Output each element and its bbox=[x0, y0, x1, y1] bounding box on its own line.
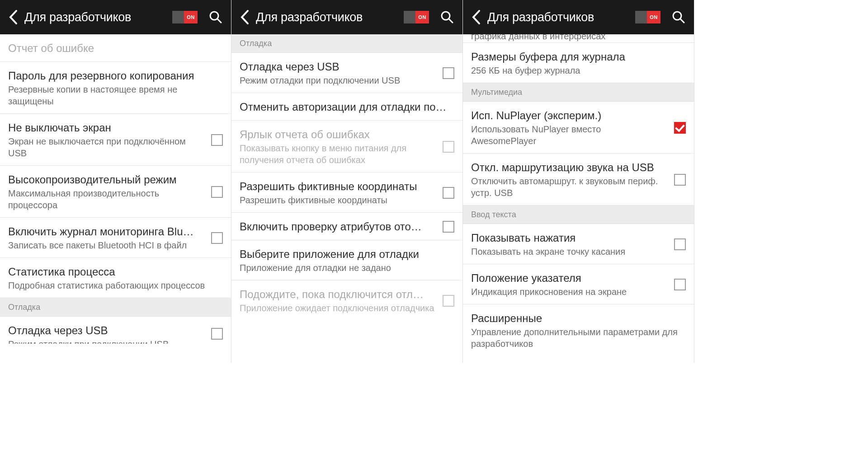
header: Для разработчиков ON bbox=[0, 0, 231, 34]
item-title: Отладка через USB bbox=[8, 324, 205, 337]
item-subtitle: Резервные копии в настоящее время не защ… bbox=[8, 84, 223, 107]
item-select-debug-app[interactable]: Выберите приложение для отладки Приложен… bbox=[231, 240, 462, 280]
item-title: Высокопроизводительный режим bbox=[8, 173, 205, 187]
item-title: Ярлык отчета об ошибках bbox=[240, 128, 436, 141]
item-process-stats[interactable]: Статистика процесса Подробная статистика… bbox=[0, 258, 231, 298]
settings-list[interactable]: графика данных в интерфейсах Размеры буф… bbox=[463, 34, 694, 363]
item-subtitle: Приложение для отладки не задано bbox=[240, 262, 454, 274]
back-button[interactable] bbox=[4, 7, 24, 27]
back-button[interactable] bbox=[467, 7, 486, 27]
item-revoke-authorizations[interactable]: Отменить авторизации для отладки по… bbox=[231, 93, 462, 121]
panel-1: Для разработчиков ON Отчет об ошибке Пар… bbox=[0, 0, 231, 363]
settings-list[interactable]: Отчет об ошибке Пароль для резервного ко… bbox=[0, 34, 231, 363]
item-title: Подождите, пока подключится отл… bbox=[240, 288, 436, 301]
item-bug-report[interactable]: Отчет об ошибке bbox=[0, 34, 231, 62]
item-usb-debugging[interactable]: Отладка через USB Режим отладки при подк… bbox=[0, 317, 231, 350]
item-title: Разрешить фиктивные координаты bbox=[240, 180, 436, 193]
item-title: Откл. маршрутизацию звука на USB bbox=[471, 161, 668, 174]
item-disable-usb-audio-routing[interactable]: Откл. маршрутизацию звука на USB Отключи… bbox=[463, 154, 694, 205]
search-icon bbox=[672, 10, 685, 24]
item-pointer-location[interactable]: Положение указателя Индикация прикоснове… bbox=[463, 264, 694, 304]
checkbox[interactable] bbox=[443, 221, 454, 233]
developer-options-toggle[interactable]: ON bbox=[404, 11, 429, 23]
checkbox[interactable] bbox=[443, 141, 454, 153]
item-subtitle: Режим отладки при подключении USB bbox=[240, 75, 436, 86]
item-stay-awake[interactable]: Не выключать экран Экран не выключается … bbox=[0, 114, 231, 166]
item-subtitle: 256 КБ на буфер журнала bbox=[471, 65, 686, 76]
developer-options-toggle[interactable]: ON bbox=[635, 11, 660, 23]
item-subtitle: Подробная статистика работающих процессо… bbox=[8, 280, 223, 291]
back-icon bbox=[9, 9, 19, 25]
back-icon bbox=[472, 9, 481, 25]
item-subtitle: Отключить автомаршрут. к звуковым периф.… bbox=[471, 175, 668, 199]
checkbox[interactable] bbox=[211, 232, 223, 244]
item-subtitle: Показывать кнопку в меню питания для пол… bbox=[240, 142, 436, 166]
item-usb-debugging[interactable]: Отладка через USB Режим отладки при подк… bbox=[231, 53, 462, 93]
item-title: Размеры буфера для журнала bbox=[471, 50, 686, 64]
item-subtitle: Использовать NuPlayer вместо AwesomePlay… bbox=[471, 123, 668, 147]
item-nuplayer[interactable]: Исп. NuPlayer (эксперим.) Использовать N… bbox=[463, 102, 694, 154]
item-subtitle: Индикация прикосновения на экране bbox=[471, 286, 668, 298]
page-title: Для разработчиков bbox=[24, 10, 172, 24]
checkbox[interactable] bbox=[211, 328, 223, 340]
header: Для разработчиков ON bbox=[463, 0, 694, 34]
search-icon bbox=[440, 10, 454, 24]
item-high-performance[interactable]: Высокопроизводительный режим Максимальна… bbox=[0, 166, 231, 218]
item-mock-locations[interactable]: Разрешить фиктивные координаты Разрешить… bbox=[231, 173, 462, 213]
item-log-buffer-size[interactable]: Размеры буфера для журнала 256 КБ на буф… bbox=[463, 43, 694, 83]
item-subtitle: Приложение ожидает подключения отладчика bbox=[240, 302, 436, 314]
item-title: Пароль для резервного копирования bbox=[8, 69, 223, 83]
settings-list[interactable]: Отладка Отладка через USB Режим отладки … bbox=[231, 34, 462, 363]
item-title: Отчет об ошибке bbox=[8, 42, 223, 55]
search-button[interactable] bbox=[437, 7, 457, 27]
search-icon bbox=[209, 10, 222, 24]
panel-3: Для разработчиков ON графика данных в ин… bbox=[463, 0, 694, 363]
checkbox[interactable] bbox=[211, 186, 223, 198]
item-subtitle: Максимальная производительность процессо… bbox=[8, 187, 205, 211]
section-debugging: Отладка bbox=[0, 298, 231, 317]
item-title: Отменить авторизации для отладки по… bbox=[240, 100, 454, 114]
back-icon bbox=[240, 9, 250, 25]
checkbox[interactable] bbox=[443, 295, 454, 307]
checkbox[interactable] bbox=[674, 174, 686, 186]
item-title: Исп. NuPlayer (эксперим.) bbox=[471, 109, 668, 122]
checkbox[interactable] bbox=[211, 134, 223, 146]
item-show-touches[interactable]: Показывать нажатия Показывать на экране … bbox=[463, 224, 694, 264]
item-bug-report-shortcut[interactable]: Ярлык отчета об ошибках Показывать кнопк… bbox=[231, 121, 462, 173]
item-title: Отладка через USB bbox=[240, 60, 436, 74]
checkbox[interactable] bbox=[674, 122, 686, 134]
checkbox[interactable] bbox=[443, 187, 454, 199]
item-title: Включить журнал мониторинга Blu… bbox=[8, 225, 205, 238]
section-input: Ввод текста bbox=[463, 205, 694, 224]
developer-options-toggle[interactable]: ON bbox=[172, 11, 198, 23]
section-debugging: Отладка bbox=[231, 34, 462, 53]
page-title: Для разработчиков bbox=[256, 10, 404, 24]
item-advanced[interactable]: Расширенные Управление дополнительными п… bbox=[463, 304, 694, 356]
item-title: Положение указателя bbox=[471, 271, 668, 285]
svg-line-1 bbox=[217, 19, 221, 23]
toggle-on-label: ON bbox=[647, 11, 660, 23]
page-title: Для разработчиков bbox=[487, 10, 635, 24]
item-title: Показывать нажатия bbox=[471, 231, 668, 245]
item-view-attribute-inspection[interactable]: Включить проверку атрибутов ото… bbox=[231, 213, 462, 240]
item-bluetooth-hci-log[interactable]: Включить журнал мониторинга Blu… Записат… bbox=[0, 218, 231, 258]
checkbox[interactable] bbox=[674, 279, 686, 290]
item-subtitle: Показывать на экране точку касания bbox=[471, 246, 668, 257]
item-subtitle: Режим отладки при подключении USB bbox=[8, 338, 205, 344]
search-button[interactable] bbox=[206, 7, 226, 27]
svg-line-3 bbox=[449, 19, 453, 23]
item-title: Расширенные bbox=[471, 312, 686, 325]
back-button[interactable] bbox=[235, 7, 255, 27]
item-subtitle: Записать все пакеты Bluetooth HCI в файл bbox=[8, 239, 205, 251]
checkbox[interactable] bbox=[674, 238, 686, 250]
search-button[interactable] bbox=[669, 7, 689, 27]
panel-2: Для разработчиков ON Отладка Отладка чер… bbox=[231, 0, 463, 363]
item-subtitle: Управление дополнительными параметрами д… bbox=[471, 326, 686, 350]
header: Для разработчиков ON bbox=[231, 0, 462, 34]
item-title: Статистика процесса bbox=[8, 265, 223, 279]
item-wait-for-debugger[interactable]: Подождите, пока подключится отл… Приложе… bbox=[231, 280, 462, 320]
checkbox[interactable] bbox=[443, 67, 454, 79]
toggle-on-label: ON bbox=[184, 11, 198, 23]
item-backup-password[interactable]: Пароль для резервного копирования Резерв… bbox=[0, 62, 231, 114]
item-subtitle: Экран не выключается при подключённом US… bbox=[8, 135, 205, 159]
